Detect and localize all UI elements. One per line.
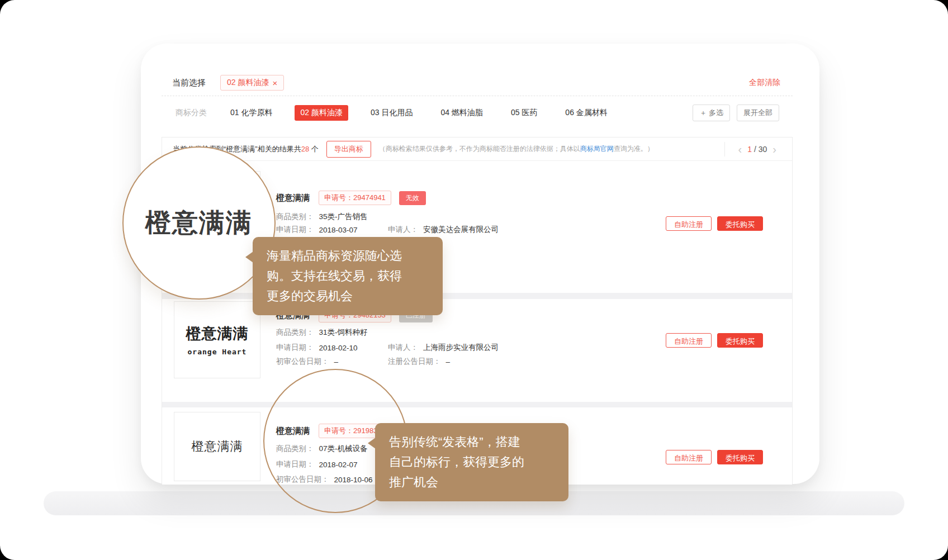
clear-all-link[interactable]: 全部清除 [749, 78, 780, 88]
category-item-02-selected[interactable]: 02 颜料油漆 [295, 105, 348, 121]
goods-class-value: 31类-饲料种籽 [319, 328, 368, 338]
pagination: ‹ 1 / 30 › [724, 142, 782, 156]
trademark-image-text: 橙意满满 [192, 438, 243, 455]
apply-date-value: 2018-03-07 [319, 226, 358, 234]
filter-tag-text: 02 颜料油漆 [227, 78, 269, 88]
promo-tooltip-promotion: 告别传统“发表格”，搭建 自己的标行，获得更多的 推广机会 [375, 423, 568, 501]
category-item-05[interactable]: 05 医药 [505, 105, 543, 121]
entrust-buy-button[interactable]: 委托购买 [717, 450, 763, 464]
next-page-icon[interactable]: › [767, 144, 782, 155]
category-item-04[interactable]: 04 燃料油脂 [435, 105, 488, 121]
disclaimer-suffix: 查询为准。） [614, 145, 654, 153]
selected-filter-tag[interactable]: 02 颜料油漆 × [220, 75, 284, 91]
first-publication-value: – [334, 358, 339, 366]
divider [724, 142, 725, 156]
row-actions: 自助注册 委托购买 [666, 216, 763, 231]
category-item-03[interactable]: 03 日化用品 [365, 105, 418, 121]
results-header: 当前分类检索到“橙意满满”相关的结果共28 个 导出商标 （商标检索结果仅供参考… [162, 137, 792, 161]
applicant-label: 申请人： [388, 225, 418, 235]
divider [162, 96, 793, 96]
first-publication-label: 初审公告日期： [276, 357, 329, 367]
row-actions: 自助注册 委托购买 [666, 333, 763, 348]
remove-tag-icon[interactable]: × [272, 79, 277, 87]
category-item-06[interactable]: 06 金属材料 [560, 105, 613, 121]
row-actions: 自助注册 委托购买 [666, 450, 763, 464]
tooltip-line: 自己的标行，获得更多的 [389, 452, 554, 472]
page-separator: / [752, 145, 759, 154]
self-register-button[interactable]: 自助注册 [666, 216, 712, 231]
reg-publication-value: – [446, 358, 451, 366]
publication-date-line: 初审公告日期：– 注册公告日期：– [276, 356, 450, 367]
results-count: 28 [301, 145, 309, 153]
apply-date-label: 申请日期： [276, 343, 314, 353]
app-no-value: 29474941 [353, 193, 386, 202]
applicant-label: 申请人： [388, 343, 418, 353]
applicant-value: 上海雨步实业有限公司 [423, 343, 499, 353]
apply-date-value: 2018-02-10 [319, 344, 358, 352]
entrust-buy-button[interactable]: 委托购买 [717, 333, 763, 348]
trademark-image[interactable]: 橙意满满 orange Heart [174, 301, 260, 378]
disclaimer-text: （商标检索结果仅供参考，不作为商标能否注册的法律依据；具体以商标局官网查询为准。… [379, 144, 654, 154]
summary-suffix: 个 [309, 145, 319, 153]
trademark-office-link[interactable]: 商标局官网 [580, 145, 614, 153]
trademark-image[interactable]: 橙意满满 [174, 412, 260, 481]
trademark-image-text: 橙意满满 [186, 324, 249, 344]
total-pages: 30 [759, 145, 767, 154]
current-selection-label: 当前选择 [172, 78, 206, 88]
tooltip-line: 购。支持在线交易，获得 [267, 266, 429, 286]
tooltip-line: 推广机会 [389, 472, 554, 492]
applicant-value: 安徽美达会展有限公司 [423, 225, 499, 235]
apply-date-line: 申请日期：2018-02-10 申请人：上海雨步实业有限公司 [276, 342, 499, 353]
tooltip-line: 告别传统“发表格”，搭建 [389, 432, 554, 452]
goods-class-value: 35类-广告销售 [319, 212, 368, 222]
disclaimer-prefix: （商标检索结果仅供参考，不作为商标能否注册的法律依据；具体以 [379, 145, 580, 153]
application-number-tag: 申请号：29474941 [319, 191, 391, 205]
screen: 当前选择 02 颜料油漆 × 全部清除 商标分类 01 化学原料 02 颜料油漆… [0, 0, 948, 560]
entrust-buy-button[interactable]: 委托购买 [717, 216, 763, 231]
goods-class-label: 商品类别： [276, 328, 314, 338]
goods-class-line: 商品类别：31类-饲料种籽 [276, 327, 368, 338]
category-item-01[interactable]: 01 化学原料 [225, 105, 278, 121]
export-trademarks-button[interactable]: 导出商标 [326, 141, 371, 158]
tooltip-line: 海量精品商标资源随心选 [267, 246, 429, 266]
self-register-button[interactable]: 自助注册 [666, 450, 712, 464]
page-indicator: 1 / 30 [747, 145, 767, 154]
reg-publication-label: 注册公告日期： [388, 357, 441, 367]
trademark-name: 橙意满满 [276, 193, 310, 203]
goods-class-label: 商品类别： [276, 212, 314, 222]
tooltip-line: 更多的交易机会 [267, 286, 429, 306]
promo-tooltip-marketplace: 海量精品商标资源随心选 购。支持在线交易，获得 更多的交易机会 [253, 237, 443, 315]
current-selection-bar: 当前选择 02 颜料油漆 × 全部清除 [172, 74, 780, 92]
tooltip-arrow-icon [368, 438, 376, 449]
self-register-button[interactable]: 自助注册 [666, 333, 712, 348]
magnified-trademark-text: 橙意满满 [145, 206, 253, 240]
goods-class-line: 商品类别：35类-广告销售 [276, 211, 368, 222]
category-bar-label: 商标分类 [176, 108, 207, 118]
trademark-name-line: 橙意满满 申请号：29474941 无效 [276, 191, 426, 205]
tooltip-arrow-icon [245, 251, 253, 263]
category-bar: 商标分类 01 化学原料 02 颜料油漆 03 日化用品 04 燃料油脂 05 … [176, 104, 779, 122]
prev-page-icon[interactable]: ‹ [733, 144, 748, 155]
multi-select-button[interactable]: ＋ 多选 [693, 105, 730, 121]
status-badge: 无效 [399, 191, 426, 205]
expand-all-button[interactable]: 展开全部 [737, 105, 779, 121]
apply-date-line: 申请日期：2018-03-07 申请人：安徽美达会展有限公司 [276, 224, 499, 235]
current-page: 1 [747, 145, 752, 154]
trademark-image-subtext: orange Heart [188, 348, 247, 356]
app-no-label: 申请号： [324, 193, 353, 202]
apply-date-label: 申请日期： [276, 225, 314, 235]
